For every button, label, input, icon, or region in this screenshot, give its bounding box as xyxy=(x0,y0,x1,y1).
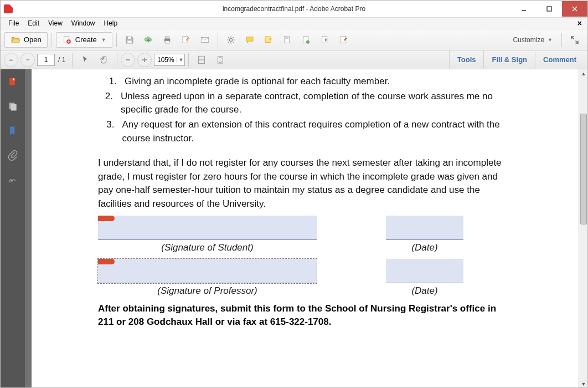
student-date-label: (Date) xyxy=(386,242,463,253)
document-close-button[interactable]: × xyxy=(575,19,584,28)
sign-here-tag-icon xyxy=(98,259,115,264)
professor-date-field[interactable] xyxy=(386,259,463,283)
stamp-icon xyxy=(282,35,292,45)
minimize-button[interactable] xyxy=(511,1,537,17)
signature-icon xyxy=(7,174,18,185)
folder-open-icon xyxy=(11,35,20,45)
tab-tools[interactable]: Tools xyxy=(449,50,484,69)
signature-row xyxy=(98,259,514,283)
edit-pdf-button[interactable] xyxy=(335,32,353,48)
hand-icon xyxy=(99,55,109,65)
separator xyxy=(117,53,117,67)
professor-date-label: (Date) xyxy=(386,285,463,297)
thumbnails-button[interactable] xyxy=(6,75,20,89)
scroll-down-arrow-icon[interactable]: ▼ xyxy=(579,380,588,388)
menu-window[interactable]: Window xyxy=(67,18,100,28)
scroll-up-arrow-icon[interactable]: ▲ xyxy=(579,69,588,78)
zoom-in-button[interactable] xyxy=(137,53,152,67)
svg-rect-6 xyxy=(127,40,132,43)
open-label: Open xyxy=(24,35,42,44)
create-button[interactable]: Create ▼ xyxy=(56,32,112,48)
separator xyxy=(218,33,218,47)
zoom-select[interactable]: 105%▼ xyxy=(154,54,185,66)
fit-page-button[interactable] xyxy=(212,52,229,68)
save-button[interactable] xyxy=(121,32,138,48)
fullscreen-button[interactable] xyxy=(566,32,584,48)
layers-button[interactable] xyxy=(6,99,20,114)
signatures-button[interactable] xyxy=(6,172,20,187)
signature-labels: (Signature of Student) (Date) xyxy=(98,242,514,253)
cloud-button[interactable] xyxy=(140,32,157,48)
expand-icon xyxy=(570,35,580,45)
print-button[interactable] xyxy=(158,32,176,48)
attach-button[interactable] xyxy=(297,32,315,48)
student-date-field[interactable] xyxy=(386,216,463,240)
zoom-out-button[interactable] xyxy=(121,53,135,67)
student-signature-field[interactable] xyxy=(98,216,317,240)
cloud-upload-icon xyxy=(143,35,153,45)
list-number: 2. xyxy=(98,90,113,117)
separator xyxy=(72,53,73,67)
separator xyxy=(188,53,189,67)
pdf-page: 1.Giving an incomplete grade is optional… xyxy=(32,69,581,388)
scrollbar-thumb[interactable] xyxy=(580,114,587,224)
acrobat-icon xyxy=(4,4,13,13)
menu-file[interactable]: File xyxy=(4,18,23,28)
tab-fill-sign[interactable]: Fill & Sign xyxy=(483,50,535,69)
window-controls xyxy=(511,1,587,17)
settings-button[interactable] xyxy=(222,32,240,48)
svg-rect-9 xyxy=(165,37,169,39)
hand-tool-button[interactable] xyxy=(95,52,113,68)
comment-button[interactable] xyxy=(241,32,259,48)
stamp-button[interactable] xyxy=(278,32,296,48)
print-icon xyxy=(162,35,172,45)
menu-bar: File Edit View Window Help × xyxy=(1,17,587,29)
student-signature-label: (Signature of Student) xyxy=(98,242,317,253)
open-button[interactable]: Open xyxy=(4,32,48,48)
svg-rect-26 xyxy=(218,57,223,63)
highlight-icon xyxy=(264,35,274,45)
envelope-icon xyxy=(200,35,210,45)
svg-rect-27 xyxy=(9,78,15,85)
email-button[interactable] xyxy=(196,32,214,48)
customize-button[interactable]: Customize▼ xyxy=(507,36,558,44)
menu-view[interactable]: View xyxy=(44,18,67,28)
highlight-button[interactable] xyxy=(260,32,277,48)
page-down-button[interactable] xyxy=(20,53,35,67)
create-label: Create xyxy=(75,35,97,44)
signature-labels: (Signature of Professor) (Date) xyxy=(98,285,514,297)
svg-rect-10 xyxy=(165,40,169,43)
list-text: Unless agreed upon in a separate contrac… xyxy=(121,90,514,117)
page-pencil-icon xyxy=(339,35,349,45)
signature-row xyxy=(98,216,514,240)
attachments-button[interactable] xyxy=(6,148,20,162)
select-tool-button[interactable] xyxy=(76,52,94,68)
attach-page-icon xyxy=(301,35,311,45)
speech-bubble-icon xyxy=(245,35,255,45)
edit-text-button[interactable] xyxy=(177,32,195,48)
forward-button[interactable] xyxy=(316,32,334,48)
menu-edit[interactable]: Edit xyxy=(23,18,44,28)
page-number-input[interactable] xyxy=(37,54,55,66)
fit-page-icon xyxy=(215,55,225,65)
page-up-button[interactable] xyxy=(4,53,18,67)
fit-width-button[interactable] xyxy=(193,52,210,68)
list-text: Any request for an extension of this con… xyxy=(122,118,515,145)
page-thumbnail-icon xyxy=(7,76,18,88)
edit-page-icon xyxy=(181,35,191,45)
document-viewport[interactable]: 1.Giving an incomplete grade is optional… xyxy=(25,69,587,388)
bookmarks-button[interactable] xyxy=(6,124,20,138)
vertical-scrollbar[interactable]: ▲ ▼ xyxy=(579,69,587,388)
title-bar: incomgradecontractfinal.pdf - Adobe Acro… xyxy=(1,1,587,17)
paperclip-icon xyxy=(7,150,18,161)
menu-help[interactable]: Help xyxy=(100,18,122,28)
maximize-button[interactable] xyxy=(537,1,562,17)
layers-icon xyxy=(7,101,18,112)
professor-signature-field[interactable] xyxy=(98,259,317,283)
professor-signature-label: (Signature of Professor) xyxy=(98,285,317,297)
window-title: incomgradecontractfinal.pdf - Adobe Acro… xyxy=(223,5,365,13)
customize-label: Customize xyxy=(513,36,544,44)
close-button[interactable] xyxy=(562,1,587,17)
tab-comment[interactable]: Comment xyxy=(535,50,584,69)
paragraph: I understand that, if I do not register … xyxy=(98,156,514,211)
